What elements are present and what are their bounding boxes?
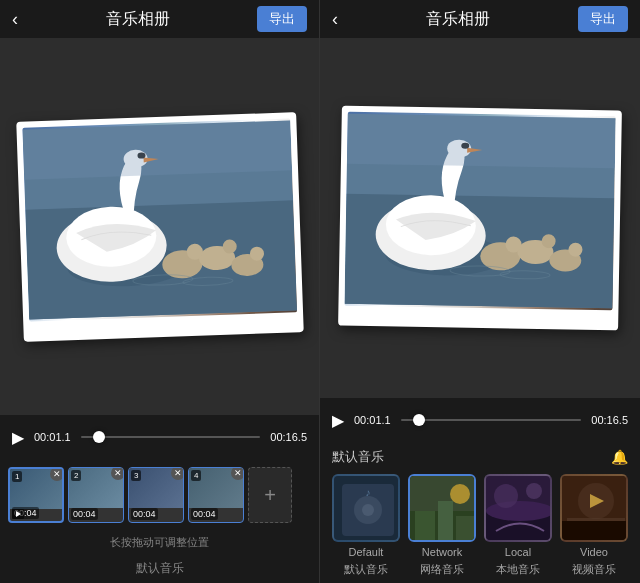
music-option-network[interactable]: Network 网络音乐 xyxy=(408,474,476,577)
music-section-title-text: 默认音乐 xyxy=(332,448,384,466)
left-photo-area xyxy=(0,38,319,415)
add-photo-button[interactable]: + xyxy=(248,467,292,523)
music-option-local-label: Local xyxy=(505,546,531,558)
music-option-local[interactable]: Local 本地音乐 xyxy=(484,474,552,577)
left-panel: ‹ 音乐相册 导出 xyxy=(0,0,320,583)
music-option-network-label: Network xyxy=(422,546,462,558)
right-time-end: 00:16.5 xyxy=(591,414,628,426)
thumb-close-4[interactable]: ✕ xyxy=(231,467,244,480)
music-option-default[interactable]: ♪ Default 默认音乐 xyxy=(332,474,400,577)
left-header: ‹ 音乐相册 导出 xyxy=(0,0,319,38)
left-thumbnails: 1 ✕ 00:04 2 ✕ 00:04 3 ✕ 00:04 4 ✕ 00:04 … xyxy=(0,459,319,531)
left-photo-inner xyxy=(22,118,297,321)
svg-point-49 xyxy=(494,484,518,508)
music-option-video[interactable]: Video 视频音乐 xyxy=(560,474,628,577)
right-photo-area xyxy=(320,38,640,398)
svg-rect-43 xyxy=(438,501,453,542)
left-hint-text: 长按拖动可调整位置 xyxy=(0,531,319,556)
thumb-item-1[interactable]: 1 ✕ 00:04 xyxy=(8,467,64,523)
music-option-default-label: Default xyxy=(349,546,384,558)
svg-point-48 xyxy=(486,501,552,521)
left-photo-paper xyxy=(16,112,304,342)
left-play-button[interactable]: ▶ xyxy=(12,428,24,447)
right-photo-inner xyxy=(344,112,615,311)
sound-icon: 🔔 xyxy=(611,449,628,465)
left-music-label: 默认音乐 xyxy=(0,556,319,583)
music-option-default-sublabel: 默认音乐 xyxy=(344,562,388,577)
svg-point-45 xyxy=(450,484,470,504)
thumb-close-1[interactable]: ✕ xyxy=(50,467,64,481)
svg-rect-15 xyxy=(22,120,292,179)
thumb-number-1: 1 xyxy=(12,471,22,482)
right-panel: ‹ 音乐相册 导出 xyxy=(320,0,640,583)
right-back-button[interactable]: ‹ xyxy=(332,9,338,30)
thumb-number-4: 4 xyxy=(191,470,201,481)
left-back-button[interactable]: ‹ xyxy=(12,9,18,30)
thumb-close-3[interactable]: ✕ xyxy=(171,467,184,480)
music-option-network-sublabel: 网络音乐 xyxy=(420,562,464,577)
right-controls: ▶ 00:01.1 00:16.5 xyxy=(320,398,640,442)
left-timeline-dot[interactable] xyxy=(93,431,105,443)
svg-rect-33 xyxy=(347,114,616,169)
thumb-number-3: 3 xyxy=(131,470,141,481)
right-play-button[interactable]: ▶ xyxy=(332,411,344,430)
svg-rect-42 xyxy=(415,511,435,542)
music-option-local-sublabel: 本地音乐 xyxy=(496,562,540,577)
thumb-item-3[interactable]: 3 ✕ 00:04 xyxy=(128,467,184,523)
music-option-video-label: Video xyxy=(580,546,608,558)
right-timeline-dot[interactable] xyxy=(413,414,425,426)
music-thumb-local xyxy=(484,474,552,542)
right-title: 音乐相册 xyxy=(426,9,490,30)
right-music-section: 默认音乐 🔔 ♪ Default 默认音乐 xyxy=(320,442,640,583)
music-options: ♪ Default 默认音乐 xyxy=(332,474,628,577)
left-time-start: 00:01.1 xyxy=(34,431,71,443)
svg-point-50 xyxy=(526,483,542,499)
left-controls: ▶ 00:01.1 00:16.5 xyxy=(0,415,319,459)
thumb-close-2[interactable]: ✕ xyxy=(111,467,124,480)
left-export-button[interactable]: 导出 xyxy=(257,6,307,32)
music-thumb-default: ♪ xyxy=(332,474,400,542)
svg-rect-44 xyxy=(456,516,474,542)
right-time-start: 00:01.1 xyxy=(354,414,391,426)
music-option-video-sublabel: 视频音乐 xyxy=(572,562,616,577)
right-photo-paper xyxy=(338,106,622,331)
music-section-title: 默认音乐 🔔 xyxy=(332,448,628,466)
thumb-item-2[interactable]: 2 ✕ 00:04 xyxy=(68,467,124,523)
svg-point-37 xyxy=(362,504,374,516)
right-timeline[interactable] xyxy=(401,419,582,421)
right-export-button[interactable]: 导出 xyxy=(578,6,628,32)
svg-rect-56 xyxy=(567,518,625,521)
thumb-duration-2: 00:04 xyxy=(71,508,98,520)
svg-text:♪: ♪ xyxy=(366,487,371,498)
thumb-item-4[interactable]: 4 ✕ 00:04 xyxy=(188,467,244,523)
thumb-duration-3: 00:04 xyxy=(131,508,158,520)
music-thumb-network xyxy=(408,474,476,542)
left-title: 音乐相册 xyxy=(106,9,170,30)
music-thumb-video xyxy=(560,474,628,542)
thumb-duration-4: 00:04 xyxy=(191,508,218,520)
right-header: ‹ 音乐相册 导出 xyxy=(320,0,640,38)
left-timeline[interactable] xyxy=(81,436,261,438)
thumb-number-2: 2 xyxy=(71,470,81,481)
left-time-end: 00:16.5 xyxy=(270,431,307,443)
